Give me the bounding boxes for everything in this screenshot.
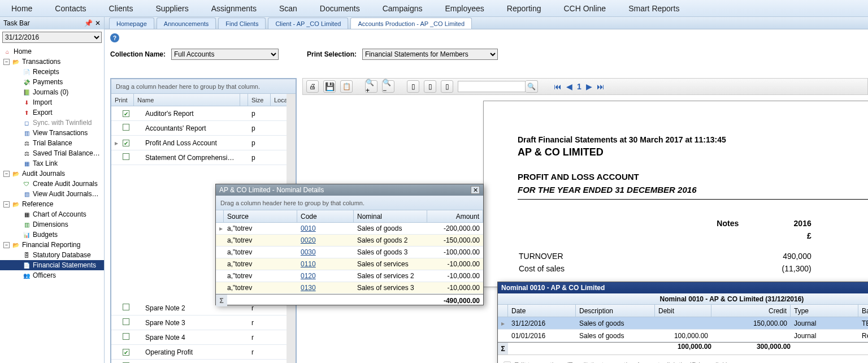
table-row[interactable]: Auditors Remuneration r — [111, 360, 296, 363]
table-row[interactable]: Spare Note 4 r — [111, 330, 296, 345]
tab-homepage[interactable]: Homepage — [109, 18, 154, 29]
tree-view-audit[interactable]: ▧View Audit Journals… — [0, 189, 104, 199]
collection-name-select[interactable]: Full Accounts — [171, 49, 279, 60]
checkbox-icon[interactable]: ✔ — [123, 349, 129, 356]
last-page-icon[interactable]: ⏭ — [597, 82, 605, 91]
grouping-hint[interactable]: Drag a column header here to group by th… — [216, 196, 483, 210]
layout-button-3[interactable]: ▯ — [441, 80, 453, 93]
tree-sync[interactable]: ◻Sync. with Twinfield — [0, 118, 104, 128]
code-link[interactable]: 0120 — [301, 272, 316, 280]
tree-view-trans[interactable]: ▥View Transactions — [0, 128, 104, 138]
code-link[interactable]: 0010 — [301, 224, 316, 232]
collapse-icon[interactable]: − — [3, 171, 10, 177]
tree-budgets[interactable]: 📊Budgets — [0, 230, 104, 240]
col-credit[interactable]: Credit — [711, 305, 791, 317]
col-source[interactable]: Source — [224, 210, 297, 222]
table-row[interactable]: a,"totrev 0030 Sales of goods 3 -100,000… — [216, 247, 483, 258]
tree-stat-db[interactable]: 🗄Statutory Database — [0, 250, 104, 260]
checkbox-icon[interactable]: ✔ — [123, 140, 129, 146]
dialog-titlebar[interactable]: Nominal 0010 - AP & CO Limited ✕ — [498, 282, 868, 293]
help-icon[interactable]: ? — [110, 33, 119, 42]
zoom-out-button[interactable]: 🔍− — [382, 80, 394, 93]
menu-home[interactable]: Home — [11, 4, 32, 13]
tree-fin-stmts[interactable]: 📄Financial Statements — [0, 260, 104, 270]
checkbox-icon[interactable]: ✔ — [123, 110, 129, 117]
layout-button-1[interactable]: ▯ — [407, 80, 419, 93]
tab-announcements[interactable]: Announcements — [157, 18, 216, 29]
menu-scan[interactable]: Scan — [279, 4, 297, 13]
table-row[interactable]: ▸ ✔ Profit And Loss Account p — [111, 136, 296, 150]
menu-contacts[interactable]: Contacts — [55, 4, 86, 13]
col-code[interactable]: Code — [297, 210, 354, 222]
tree-receipts[interactable]: 📄Receipts — [0, 67, 104, 77]
table-row[interactable]: ▸ a,"totrev 0010 Sales of goods -200,000… — [216, 223, 483, 235]
code-link[interactable]: 0030 — [301, 248, 316, 256]
tab-accounts-production[interactable]: Accounts Production - AP _CO Limited — [350, 18, 472, 29]
col-description[interactable]: Description — [576, 305, 655, 317]
tree-transactions[interactable]: −📂Transactions — [0, 57, 104, 67]
save-button[interactable]: 💾 — [323, 80, 336, 93]
table-row[interactable]: a,"totrev 0130 Sales of services 3 -10,0… — [216, 282, 483, 294]
pin-icon[interactable]: 📌 — [84, 19, 93, 27]
tree-create-audit[interactable]: 🛡Create Audit Journals — [0, 179, 104, 189]
table-row[interactable]: ✔ Operating Profit r — [111, 345, 296, 360]
print-selection-select[interactable]: Financial Statements for Members — [362, 49, 498, 60]
print-button[interactable]: 🖨 — [306, 80, 319, 93]
col-nominal[interactable]: Nominal — [354, 210, 427, 222]
table-row[interactable]: a,"totrev 0020 Sales of goods 2 -150,000… — [216, 235, 483, 247]
collapse-icon[interactable]: − — [3, 242, 10, 248]
collapse-icon[interactable]: − — [3, 201, 10, 208]
col-type[interactable]: Type — [791, 305, 858, 317]
menu-campaigns[interactable]: Campaigns — [383, 4, 423, 13]
checkbox-icon[interactable] — [123, 124, 129, 131]
menu-clients[interactable]: Clients — [109, 4, 133, 13]
tree-trial-balance[interactable]: ⚖Trial Balance — [0, 138, 104, 148]
col-amount[interactable]: Amount — [427, 210, 483, 222]
menu-cch-online[interactable]: CCH Online — [563, 4, 606, 13]
layout-button-2[interactable]: ▯ — [424, 80, 436, 93]
checkbox-icon[interactable] — [123, 304, 129, 310]
tree-import[interactable]: ⬇Import — [0, 97, 104, 107]
table-row[interactable]: a,"totrev 0110 Sales of services -10,000… — [216, 258, 483, 270]
table-row[interactable]: a,"totrev 0120 Sales of services 2 -10,0… — [216, 270, 483, 282]
search-input[interactable] — [458, 81, 526, 92]
tab-client[interactable]: Client - AP _CO Limited — [268, 18, 348, 29]
menu-employees[interactable]: Employees — [445, 4, 484, 13]
tree-dimensions[interactable]: ▥Dimensions — [0, 219, 104, 230]
tree-journals[interactable]: 📗Journals (0) — [0, 87, 104, 97]
copy-button[interactable]: 📋 — [340, 80, 353, 93]
code-link[interactable]: 0130 — [301, 284, 316, 292]
tree-coa[interactable]: ▦Chart of Accounts — [0, 209, 104, 219]
grouping-hint[interactable]: Drag a column header here to group by th… — [111, 79, 296, 94]
code-link[interactable]: 0020 — [301, 236, 316, 244]
table-row[interactable]: Statement Of Comprehensi… p — [111, 150, 296, 165]
prev-page-icon[interactable]: ◀ — [566, 82, 572, 91]
tree-home[interactable]: ⌂Home — [0, 46, 104, 57]
tree-officers[interactable]: 👥Officers — [0, 270, 104, 280]
tree-payments[interactable]: 💸Payments — [0, 77, 104, 87]
checkbox-icon[interactable] — [123, 153, 129, 160]
menu-suppliers[interactable]: Suppliers — [155, 4, 188, 13]
table-row[interactable]: ✔ Auditor's Report p — [111, 106, 296, 121]
search-icon[interactable]: 🔍 — [526, 80, 538, 93]
tree-export[interactable]: ⬆Export — [0, 107, 104, 118]
period-date-select[interactable]: 31/12/2016 — [2, 32, 102, 43]
collapse-icon[interactable]: − — [3, 59, 10, 65]
menu-smart-reports[interactable]: Smart Reports — [628, 4, 679, 13]
menu-reporting[interactable]: Reporting — [507, 4, 541, 13]
code-link[interactable]: 0110 — [301, 260, 316, 268]
tree-saved-tb[interactable]: ⚖Saved Trial Balance… — [0, 148, 104, 158]
col-date[interactable]: Date — [508, 305, 576, 317]
tree-reference[interactable]: −📂Reference — [0, 199, 104, 209]
checkbox-icon[interactable] — [123, 318, 129, 325]
tree-audit[interactable]: −📂Audit Journals — [0, 168, 104, 179]
tab-find-clients[interactable]: Find Clients — [218, 18, 266, 29]
col-size[interactable]: Size — [248, 94, 271, 106]
close-icon[interactable]: ✕ — [95, 19, 101, 27]
zoom-in-button[interactable]: 🔍+ — [365, 80, 377, 93]
menu-assignments[interactable]: Assignments — [211, 4, 257, 13]
col-print[interactable]: Print — [111, 94, 134, 106]
first-page-icon[interactable]: ⏮ — [554, 82, 562, 91]
col-debit[interactable]: Debit — [655, 305, 711, 317]
tree-fin-reporting[interactable]: −📂Financial Reporting — [0, 240, 104, 250]
